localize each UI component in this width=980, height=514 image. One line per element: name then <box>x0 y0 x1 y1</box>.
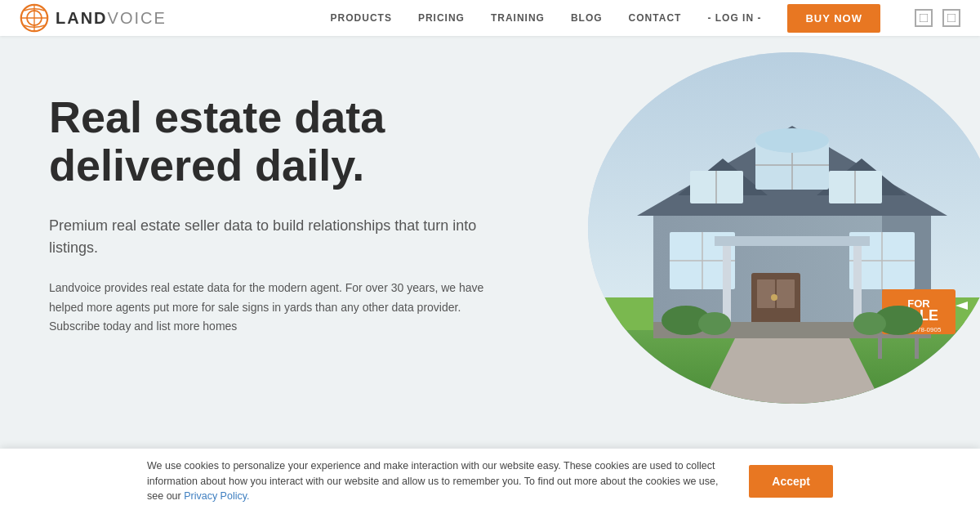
svg-rect-5 <box>947 14 956 22</box>
square-icon-2 <box>947 14 956 22</box>
cookie-banner: We use cookies to personalize your exper… <box>0 449 980 514</box>
square-icon-1 <box>920 14 928 22</box>
logo[interactable]: LANDVOICE <box>20 3 167 33</box>
hero-image: FOR SALE (888) 678-0905 <box>588 52 980 404</box>
header-icons <box>915 9 960 27</box>
logo-text: LANDVOICE <box>56 9 167 28</box>
cookie-text: We use cookies to personalize your exper… <box>147 458 724 504</box>
house-svg: FOR SALE (888) 678-0905 <box>588 52 980 404</box>
hero-body: Landvoice provides real estate data for … <box>49 279 506 337</box>
svg-point-22 <box>755 128 829 153</box>
nav-blog[interactable]: BLOG <box>571 12 603 24</box>
buy-now-button[interactable]: BUY NOW <box>787 4 880 33</box>
nav-products[interactable]: PRODUCTS <box>331 12 392 24</box>
nav-pricing[interactable]: PRICING <box>418 12 465 24</box>
svg-point-46 <box>698 312 731 335</box>
svg-rect-4 <box>920 14 928 22</box>
svg-point-32 <box>771 294 777 301</box>
hero-section: Real estate data delivered daily. Premiu… <box>0 36 980 449</box>
main-nav: PRODUCTS PRICING TRAINING BLOG CONTACT -… <box>331 4 960 33</box>
privacy-policy-link[interactable]: Privacy Policy. <box>184 490 249 502</box>
hero-content: Real estate data delivered daily. Premiu… <box>49 85 506 337</box>
hero-subtitle: Premium real estate seller data to build… <box>49 215 506 259</box>
nav-contact[interactable]: CONTACT <box>629 12 682 24</box>
svg-rect-30 <box>757 279 775 308</box>
hero-title: Real estate data delivered daily. <box>49 93 506 190</box>
icon-box-2[interactable] <box>942 9 960 27</box>
svg-point-47 <box>853 312 886 335</box>
svg-rect-42 <box>878 334 882 359</box>
svg-rect-31 <box>777 279 795 308</box>
nav-login[interactable]: - LOG IN - <box>707 12 761 24</box>
site-header: LANDVOICE PRODUCTS PRICING TRAINING BLOG… <box>0 0 980 36</box>
cookie-accept-button[interactable]: Accept <box>749 465 833 498</box>
svg-rect-35 <box>715 236 870 246</box>
nav-training[interactable]: TRAINING <box>491 12 545 24</box>
logo-icon <box>20 3 49 33</box>
svg-rect-41 <box>915 334 919 359</box>
icon-box-1[interactable] <box>915 9 933 27</box>
